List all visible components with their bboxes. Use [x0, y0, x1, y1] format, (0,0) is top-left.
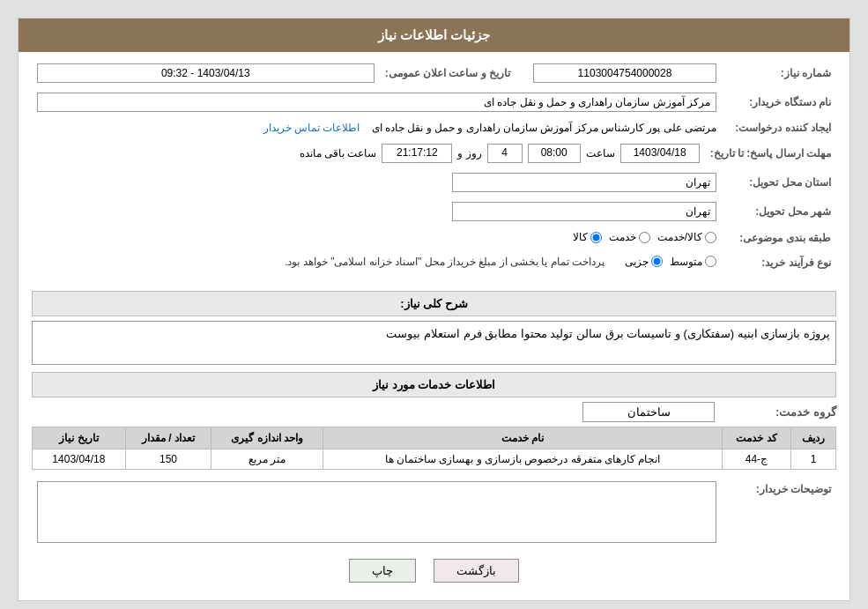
delivery-province-label: استان محل تحویل:: [722, 170, 836, 195]
response-deadline-label: مهلت ارسال پاسخ: تا تاریخ:: [705, 141, 836, 166]
col-service-code: کد خدمت: [722, 427, 791, 449]
subject-type-group: کالا/خدمت خدمت کالا: [573, 231, 716, 243]
subject-kala-khidmat-label: کالا/خدمت: [657, 231, 702, 243]
response-days-value: 4: [487, 144, 523, 163]
main-container: جزئیات اطلاعات نیاز شماره نیاز: 11030047…: [18, 18, 850, 601]
purchase-type-jozii[interactable]: جزیی: [625, 256, 663, 268]
announcement-label: تاریخ و ساعت اعلان عمومی:: [380, 61, 528, 85]
response-time-value: 08:00: [528, 144, 581, 163]
need-number-label: شماره نیاز:: [722, 61, 836, 85]
delivery-city-value: تهران: [452, 202, 716, 221]
buyer-org-label: نام دستگاه خریدار:: [722, 90, 836, 115]
table-row: 1ج-44انجام کارهای متفرقه درخصوص بازسازی …: [33, 449, 836, 470]
col-need-date: تاریخ نیاز: [33, 427, 126, 449]
purchase-type-group: متوسط جزیی پرداخت تمام یا بخشی از مبلغ خ…: [285, 256, 716, 268]
purchase-type-note: پرداخت تمام یا بخشی از مبلغ خریداز محل "…: [285, 256, 605, 268]
purchase-type-label: نوع فرآیند خرید:: [722, 253, 836, 273]
subject-type-label: طبقه بندی موضوعی:: [722, 228, 836, 249]
subject-kala-khidmat-radio[interactable]: [705, 232, 716, 243]
back-button[interactable]: بازگشت: [434, 559, 519, 583]
remaining-label: ساعت باقی مانده: [300, 147, 377, 160]
col-quantity: تعداد / مقدار: [125, 427, 211, 449]
response-remaining-value: 21:17:12: [382, 144, 452, 163]
requester-label: ایجاد کننده درخواست:: [722, 119, 836, 137]
service-info-header: اطلاعات خدمات مورد نیاز: [32, 372, 836, 397]
purchase-jozii-radio[interactable]: [651, 256, 663, 267]
buyer-description-label: توضیحات خریدار:: [722, 479, 836, 546]
col-service-name: نام خدمت: [323, 427, 722, 449]
purchase-jozii-label: جزیی: [625, 256, 649, 268]
services-table: ردیف کد خدمت نام خدمت واحد اندازه گیری ت…: [32, 427, 836, 470]
subject-khidmat[interactable]: خدمت: [609, 231, 650, 243]
service-group-row: گروه خدمت: ساختمان: [32, 402, 836, 422]
buyer-org-value: مرکز آموزش سازمان راهداری و حمل و نقل جا…: [37, 93, 716, 112]
need-description-text: پروژه بازسازی ابنیه (سفتکاری) و تاسیسات …: [32, 321, 836, 365]
requester-value: مرتضی علی پور کارشناس مرکز آموزش سازمان …: [372, 122, 716, 134]
subject-kala-label: کالا: [573, 231, 588, 243]
buyer-description-text: [37, 481, 716, 543]
purchase-type-motavaset[interactable]: متوسط: [670, 256, 716, 268]
response-date-value: 1403/04/18: [620, 144, 700, 163]
need-description-header: شرح کلی نیاز:: [32, 291, 836, 316]
time-label: ساعت: [586, 147, 615, 160]
service-group-value: ساختمان: [582, 402, 715, 422]
days-label: روز و: [457, 147, 481, 160]
subject-khidmat-label: خدمت: [609, 231, 636, 243]
subject-kala[interactable]: کالا: [573, 231, 602, 243]
delivery-city-label: شهر محل تحویل:: [722, 199, 836, 224]
purchase-motavaset-radio[interactable]: [705, 256, 716, 267]
need-number-value: 1103004754000028: [533, 63, 716, 83]
subject-kala-radio[interactable]: [590, 232, 602, 243]
buttons-row: بازگشت چاپ: [32, 550, 836, 591]
print-button[interactable]: چاپ: [349, 559, 416, 583]
page-title: جزئیات اطلاعات نیاز: [19, 19, 849, 52]
purchase-motavaset-label: متوسط: [670, 256, 702, 268]
subject-khidmat-radio[interactable]: [639, 232, 650, 243]
service-group-label: گروه خدمت:: [722, 405, 836, 419]
contact-info-link[interactable]: اطلاعات تماس خریدار: [263, 122, 360, 134]
col-unit: واحد اندازه گیری: [211, 427, 323, 449]
announcement-datetime-value: 1403/04/13 - 09:32: [37, 63, 375, 83]
delivery-province-value: تهران: [452, 173, 716, 192]
subject-kala-khidmat[interactable]: کالا/خدمت: [657, 231, 716, 243]
col-row-num: ردیف: [791, 427, 836, 449]
